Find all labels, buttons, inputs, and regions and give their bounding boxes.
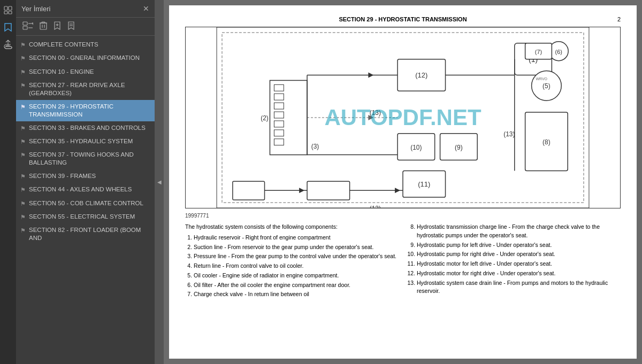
bookmark-item-icon: ⚑ — [20, 55, 26, 62]
bookmarks-title: Yer İmleri — [21, 5, 50, 13]
bookmark-item[interactable]: ⚑ SECTION 55 - ELECTRICAL SYSTEM — [16, 210, 155, 223]
left-items-list: Hydraulic reservoir - Right front of eng… — [185, 234, 398, 299]
bookmark-item[interactable]: ⚑ SECTION 00 - GNERAL INFORMATION — [16, 51, 155, 65]
bookmark-item-icon: ⚑ — [20, 213, 26, 221]
svg-text:(12): (12) — [415, 71, 427, 79]
svg-rect-22 — [270, 80, 307, 154]
svg-rect-9 — [40, 23, 47, 29]
svg-rect-5 — [23, 26, 27, 29]
bookmark-item[interactable]: ⚑ SECTION 10 - ENGINE — [16, 65, 155, 79]
image-caption: 19997771 — [185, 213, 621, 219]
bookmark-item-label: SECTION 00 - GNERAL INFORMATION — [29, 54, 149, 62]
left-text-column: The hydrostatic system consists of the f… — [185, 223, 398, 300]
svg-rect-0 — [4, 6, 7, 10]
svg-text:WRVO: WRVO — [536, 77, 548, 81]
svg-rect-1 — [9, 6, 12, 10]
svg-text:(8): (8) — [542, 138, 551, 146]
bookmark-item-label: SECTION 10 - ENGINE — [29, 68, 149, 76]
bookmark-item[interactable]: ⚑ COMPLETE CONTENTS — [16, 38, 155, 51]
expand-collapse-button[interactable]: ▼ — [20, 20, 35, 33]
bookmark-item-label: SECTION 50 - COB CLIMATE CONTROL — [29, 199, 149, 207]
bookmark-item[interactable]: ⚑ SECTION 29 - HYDROSTATIC TRANSMIMISSIO… — [16, 100, 155, 121]
bookmark-item-icon: ⚑ — [20, 125, 26, 132]
svg-text:(11): (11) — [418, 180, 430, 188]
bookmark-item[interactable]: ⚑ SECTION 44 - AXLES AND WHEELS — [16, 183, 155, 196]
svg-text:(13): (13) — [503, 130, 515, 138]
svg-rect-3 — [9, 11, 12, 14]
list-item: Hydrostatic pump for right drive - Under… — [417, 250, 621, 259]
bookmark-item-icon: ⚑ — [20, 200, 26, 207]
pages-icon[interactable] — [2, 4, 14, 16]
svg-text:(7): (7) — [535, 49, 542, 55]
hydraulic-diagram: (1) (2) (3) (10) — [186, 27, 620, 208]
list-item: Hydraulic reservoir - Right front of eng… — [194, 234, 398, 242]
svg-rect-2 — [4, 11, 7, 14]
svg-text:(13): (13) — [370, 205, 381, 208]
bookmark-item-icon: ⚑ — [20, 103, 26, 111]
bookmark-item[interactable]: ⚑ SECTION 82 - FRONT LOADER (BOOM AND — [16, 223, 155, 245]
bookmark-item-label: SECTION 33 - BRAKES AND CONTROLS — [29, 124, 149, 132]
list-item: Hydrostatic system case drain line - Fro… — [417, 279, 621, 296]
bookmark-item-icon: ⚑ — [20, 82, 26, 89]
bookmarks-list: ⚑ COMPLETE CONTENTS ⚑ SECTION 00 - GNERA… — [16, 36, 155, 364]
page-number: 2 — [617, 16, 621, 22]
bookmark-item-label: SECTION 39 - FRAMES — [29, 172, 149, 180]
list-item: Oil cooler - Engine side of radiator in … — [194, 272, 398, 280]
list-item: Hydrostatic motor for right drive - Unde… — [417, 269, 621, 278]
bookmark-item-label: COMPLETE CONTENTS — [29, 41, 149, 49]
bookmarks-toolbar: ▼ — [16, 18, 155, 36]
left-toolbar — [0, 0, 16, 364]
bookmark-nav-icon[interactable] — [2, 21, 14, 33]
right-items-list: Hydrostatic transmission charge line - F… — [408, 223, 621, 296]
svg-text:(13): (13) — [370, 109, 381, 117]
list-item: Pressure line - From the gear pump to th… — [194, 252, 398, 261]
bookmark-item-label: SECTION 35 - HYDRAULIC SYSTEM — [29, 137, 149, 145]
svg-text:(5): (5) — [542, 82, 551, 90]
attachments-icon[interactable] — [2, 38, 14, 50]
list-item: Oil filter - After the oil cooler the en… — [194, 281, 398, 290]
bookmark-item-icon: ⚑ — [20, 138, 26, 145]
bookmark-item-label: SECTION 29 - HYDROSTATIC TRANSMIMISSION — [29, 103, 149, 119]
bookmark-item[interactable]: ⚑ SECTION 50 - COB CLIMATE CONTROL — [16, 197, 155, 210]
delete-bookmark-button[interactable] — [37, 20, 49, 33]
bookmark-item-icon: ⚑ — [20, 173, 26, 180]
svg-text:(3): (3) — [311, 143, 319, 150]
text-columns: The hydrostatic system consists of the f… — [185, 223, 621, 300]
list-item: Suction line - From reservoir to the gea… — [194, 243, 398, 252]
list-item: Hydrostatic pump for left drive - Under … — [417, 241, 621, 250]
bookmark-item-label: SECTION 82 - FRONT LOADER (BOOM AND — [29, 226, 149, 242]
diagram-container: AUTOPDF.NET (1) — [185, 27, 621, 208]
bookmark-item-label: SECTION 37 - TOWING HOOKS AND BALLASTING — [29, 151, 149, 167]
add-bookmark-button[interactable] — [51, 20, 63, 33]
bookmark-item-icon: ⚑ — [20, 151, 26, 159]
bookmark-item[interactable]: ⚑ SECTION 33 - BRAKES AND CONTROLS — [16, 121, 155, 135]
bookmark-item-label: SECTION 27 - REAR DRIVE AXLE (GEARBOXES) — [29, 81, 149, 97]
bookmark-item-icon: ⚑ — [20, 227, 26, 234]
bookmark-item[interactable]: ⚑ SECTION 39 - FRAMES — [16, 169, 155, 183]
bookmark-item[interactable]: ⚑ SECTION 37 - TOWING HOOKS AND BALLASTI… — [16, 148, 155, 169]
main-content: 2 SECTION 29 - HYDROSTATIC TRANSMISSION … — [164, 0, 642, 364]
bookmark-properties-button[interactable] — [65, 20, 77, 33]
svg-text:(10): (10) — [410, 144, 422, 151]
list-item: Charge check valve - In return line betw… — [194, 290, 398, 299]
list-item: Return line - From control valve to oil … — [194, 262, 398, 270]
svg-text:(2): (2) — [261, 114, 269, 122]
bookmarks-panel: Yer İmleri ✕ ▼ — [16, 0, 155, 364]
svg-text:(9): (9) — [455, 144, 463, 151]
list-item: Hydrostatic motor for left drive - Under… — [417, 260, 621, 268]
right-text-column: Hydrostatic transmission charge line - F… — [408, 223, 621, 300]
intro-paragraph: The hydrostatic system consists of the f… — [185, 223, 398, 231]
bookmark-item-icon: ⚑ — [20, 186, 26, 193]
bookmarks-header: Yer İmleri ✕ — [16, 0, 155, 18]
bookmark-item[interactable]: ⚑ SECTION 35 - HYDRAULIC SYSTEM — [16, 135, 155, 148]
bookmark-item-icon: ⚑ — [20, 41, 26, 49]
svg-text:(6): (6) — [555, 49, 562, 55]
list-item: Hydrostatic transmission charge line - F… — [417, 223, 621, 240]
pdf-page: 2 SECTION 29 - HYDROSTATIC TRANSMISSION … — [169, 5, 637, 359]
svg-rect-4 — [23, 22, 27, 25]
bookmark-item[interactable]: ⚑ SECTION 27 - REAR DRIVE AXLE (GEARBOXE… — [16, 79, 155, 100]
bookmark-item-label: SECTION 55 - ELECTRICAL SYSTEM — [29, 213, 149, 221]
collapse-panel-button[interactable]: ◀ — [155, 0, 164, 364]
close-panel-button[interactable]: ✕ — [143, 4, 149, 13]
section-title: SECTION 29 - HYDROSTATIC TRANSMISSION — [185, 16, 621, 22]
